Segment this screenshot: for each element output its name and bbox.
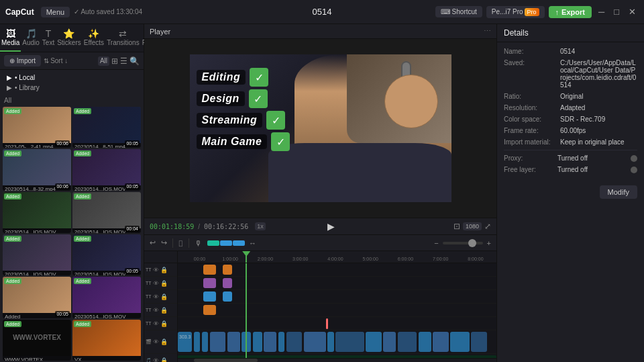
video-clip[interactable] [335, 332, 364, 352]
video-clip[interactable] [227, 332, 240, 352]
library-item[interactable]: ▶ • Library [4, 83, 140, 93]
video-clip[interactable] [398, 332, 417, 352]
text-clip[interactable] [203, 265, 216, 275]
video-clip[interactable] [433, 332, 449, 352]
zoom-handle [468, 239, 476, 247]
list-item[interactable]: Added 00:04 20230514...IOS.MOV [72, 192, 141, 233]
video-clip[interactable] [278, 332, 285, 352]
video-clip[interactable] [202, 332, 209, 352]
minimize-button[interactable]: ─ [596, 5, 607, 18]
export-button[interactable]: ↑ Export [549, 6, 592, 18]
scroll-handle[interactable] [194, 359, 258, 362]
text-clip-2[interactable] [203, 278, 216, 288]
detail-name-row: Name: 0514 [504, 48, 637, 55]
fullscreen-button[interactable]: ⤢ [484, 222, 491, 231]
search-button[interactable]: 🔍 [129, 56, 140, 66]
eye-icon-5[interactable]: 👁 [153, 320, 159, 327]
speed-indicator: 1x [255, 222, 266, 230]
list-view-button[interactable]: ☰ [120, 56, 127, 66]
local-item[interactable]: ▶ • Local [4, 73, 140, 83]
text-clip-3[interactable] [203, 291, 216, 302]
tab-audio[interactable]: 🎵 Audio [21, 24, 41, 52]
video-clip[interactable] [210, 332, 226, 352]
lock-icon-5[interactable]: 🔒 [160, 320, 168, 327]
play-button[interactable]: ▶ [327, 221, 335, 232]
eye-icon-3[interactable]: 👁 [153, 293, 159, 300]
video-clip[interactable] [286, 332, 303, 352]
video-clip[interactable] [241, 332, 251, 352]
tab-transitions[interactable]: ⇄ Transitions [105, 24, 141, 52]
timeline-ruler[interactable]: 00:00 1:00:00 2:00:00 3:00:00 4:00:00 5:… [178, 251, 496, 263]
video-clip[interactable] [194, 332, 201, 352]
tab-media[interactable]: 🖼 Media [0, 24, 21, 52]
list-item[interactable]: Added 20230514...IOS.MOV [72, 277, 141, 318]
crop-button[interactable]: ⊡ [453, 222, 460, 231]
text-clip[interactable] [223, 265, 232, 275]
list-item[interactable]: Added 00:05 20230514...IOS.MOV [72, 234, 141, 275]
lock-icon-audio[interactable]: 🔒 [160, 357, 168, 363]
redo-button[interactable]: ↪ [160, 237, 168, 248]
lock-icon-3[interactable]: 🔒 [160, 293, 168, 300]
eye-icon-1[interactable]: 👁 [153, 267, 159, 273]
list-item[interactable]: Added 00:05 Added [3, 277, 71, 318]
player-thumbnail: Editing ✓ Design ✓ Streaming ✓ [190, 54, 451, 202]
video-clip[interactable] [264, 332, 276, 352]
list-item[interactable]: Added 00:05 20230514...IOS.MOV [72, 149, 141, 190]
text-clip-3[interactable] [223, 291, 232, 302]
list-item[interactable]: Added 00:05 20230514...8-51.mp4 [72, 107, 141, 148]
zoom-out-button[interactable]: − [433, 238, 439, 248]
text-clip-2[interactable] [223, 278, 232, 288]
video-clip[interactable] [253, 332, 262, 352]
eye-icon-4[interactable]: 👁 [153, 307, 159, 314]
timeline-toolbar: ↩ ↪ ⌷ 🎙 ↔ − + [144, 235, 496, 251]
lock-icon-main[interactable]: 🔒 [160, 338, 168, 345]
eye-icon-audio[interactable]: 👁 [153, 357, 159, 363]
modify-button[interactable]: Modify [600, 185, 637, 199]
main-video-track: 303.3 [178, 330, 496, 354]
video-clip[interactable] [419, 332, 431, 352]
text-track-2 [178, 277, 496, 290]
list-item[interactable]: Added 20230514...IOS.MOV [3, 234, 71, 275]
text-clip-4[interactable] [203, 305, 216, 315]
grid-view-button[interactable]: ⊞ [111, 56, 118, 66]
eye-icon-main[interactable]: 👁 [153, 338, 159, 345]
audio-detach-button[interactable]: ↔ [248, 238, 258, 248]
video-clip[interactable] [366, 332, 382, 352]
freelayer-toggle[interactable] [631, 167, 637, 173]
sort-button[interactable]: ⇅ Sort ↓ [44, 57, 68, 64]
video-clip[interactable] [471, 332, 487, 352]
mic-button[interactable]: 🎙 [193, 238, 203, 248]
list-item[interactable]: Added 20230514...IOS.MOV [3, 192, 71, 233]
detail-val-freelayer: Turned off [557, 166, 628, 173]
import-button[interactable]: ⊕ Import [4, 55, 41, 66]
tab-stickers[interactable]: ⭐ Stickers [56, 24, 83, 52]
list-item[interactable]: Added 00:06 2023-05-...2-41.mp4 [3, 107, 71, 148]
zoom-in-button[interactable]: + [486, 238, 492, 248]
list-item[interactable]: Added VX... [72, 320, 141, 361]
zoom-slider[interactable] [443, 242, 483, 244]
player-options-button[interactable]: ⋯ [484, 27, 491, 36]
lock-icon-1[interactable]: 🔒 [160, 267, 168, 273]
eye-icon-2[interactable]: 👁 [153, 280, 159, 287]
lock-icon-2[interactable]: 🔒 [160, 280, 168, 287]
player-header: Player ⋯ [144, 24, 496, 39]
video-clip[interactable] [304, 332, 326, 352]
tab-effects[interactable]: ✨ Effects [83, 24, 105, 52]
shortcut-button[interactable]: ⌨ Shortcut [435, 6, 482, 17]
video-clip[interactable] [327, 332, 334, 352]
video-clip[interactable]: 303.3 [178, 332, 192, 352]
close-button[interactable]: ✕ [626, 5, 639, 18]
list-item[interactable]: Added 00:06 20230514...8-32.mp4 [3, 149, 71, 190]
timeline-scrollbar[interactable] [178, 358, 496, 362]
undo-button[interactable]: ↩ [148, 237, 157, 248]
maximize-button[interactable]: □ [611, 5, 622, 18]
list-item[interactable]: WWW.VORTEX Added WWW.VORTEX [3, 320, 71, 361]
menu-button[interactable]: Menu [41, 7, 70, 17]
all-filter[interactable]: All [98, 56, 109, 66]
proxy-toggle[interactable] [631, 155, 637, 162]
tab-text[interactable]: T Text [41, 24, 56, 52]
video-clip[interactable] [383, 332, 396, 352]
video-clip[interactable] [450, 332, 470, 352]
split-button[interactable]: ⌷ [177, 238, 184, 248]
lock-icon-4[interactable]: 🔒 [160, 307, 168, 314]
